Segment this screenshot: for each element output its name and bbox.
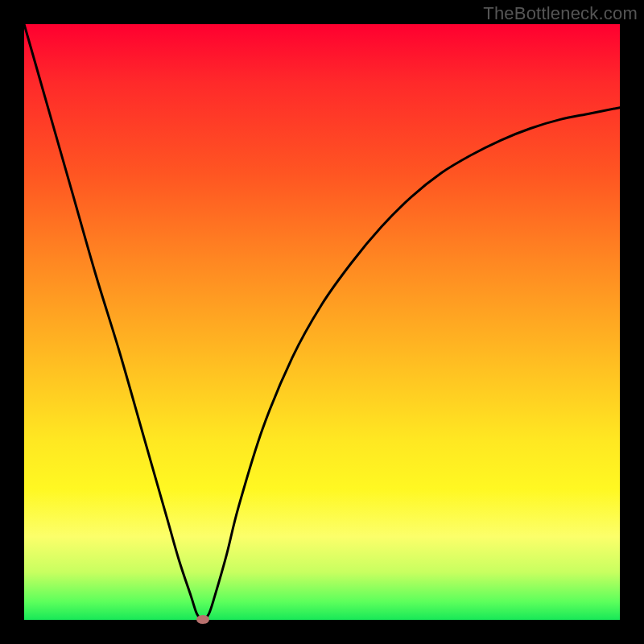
minimum-marker bbox=[196, 615, 209, 624]
watermark-label: TheBottleneck.com bbox=[483, 3, 638, 24]
bottleneck-curve bbox=[24, 24, 620, 620]
plot-area bbox=[24, 24, 620, 620]
chart-frame: TheBottleneck.com bbox=[0, 0, 644, 644]
